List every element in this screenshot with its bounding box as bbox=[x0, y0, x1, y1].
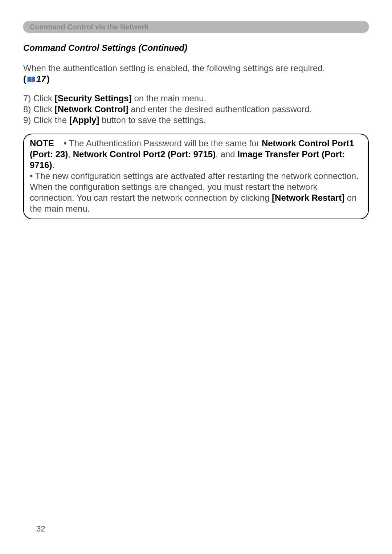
section-banner: Command Control via the Network bbox=[23, 21, 369, 33]
step-7-post: on the main menu. bbox=[132, 93, 206, 103]
book-icon bbox=[27, 74, 36, 84]
document-page: Command Control via the Network Command … bbox=[0, 0, 392, 554]
note-p1-b2: Network Control Port2 (Port: 9715) bbox=[73, 149, 216, 159]
step-9-post: button to save the settings. bbox=[99, 115, 206, 125]
section-banner-title: Command Control via the Network bbox=[30, 23, 149, 31]
note-p1-c: , bbox=[68, 149, 73, 159]
note-p1-e: . bbox=[52, 160, 54, 170]
subheading: Command Control Settings (Continued) bbox=[23, 43, 369, 53]
xref-page: 17 bbox=[36, 74, 46, 84]
step-8-post: and enter the desired authentication pas… bbox=[128, 104, 312, 114]
step-7-pre: 7) Click bbox=[23, 93, 55, 103]
step-7-bold: [Security Settings] bbox=[55, 93, 132, 103]
step-9-pre: 9) Click the bbox=[23, 115, 69, 125]
step-8: 8) Click [Network Control] and enter the… bbox=[23, 104, 369, 115]
step-7: 7) Click [Security Settings] on the main… bbox=[23, 93, 369, 104]
cross-reference: ( 17 ) bbox=[23, 74, 50, 84]
step-9: 9) Click the [Apply] button to save the … bbox=[23, 115, 369, 126]
note-p1-d: , and bbox=[216, 149, 237, 159]
steps-list: 7) Click [Security Settings] on the main… bbox=[23, 93, 369, 126]
step-8-pre: 8) Click bbox=[23, 104, 55, 114]
intro-text: When the authentication setting is enabl… bbox=[23, 63, 369, 73]
note-label: NOTE bbox=[30, 138, 54, 148]
note-p1-a: • The Authentication Password will be th… bbox=[64, 138, 262, 148]
xref-close-paren: ) bbox=[47, 74, 50, 84]
step-8-bold: [Network Control] bbox=[55, 104, 128, 114]
step-9-bold: [Apply] bbox=[69, 115, 99, 125]
note-p2-b: [Network Restart] bbox=[272, 193, 344, 203]
note-box: NOTE • The Authentication Password will … bbox=[23, 134, 369, 219]
page-number: 32 bbox=[36, 524, 45, 534]
xref-open-paren: ( bbox=[23, 74, 26, 84]
